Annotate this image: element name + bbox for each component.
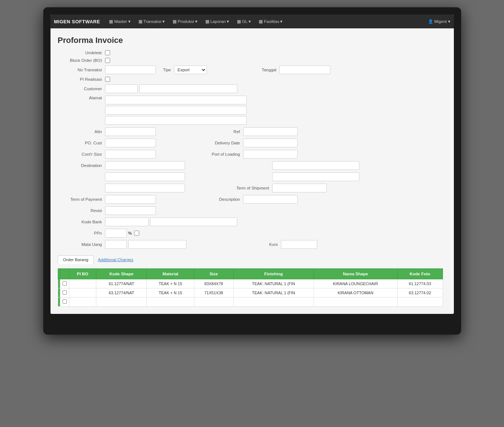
undelete-checkbox[interactable] [105,50,110,55]
finishing-cell [233,298,314,307]
no-transaksi-input[interactable]: 180221 [105,65,156,74]
size-cell: 83X84X78 [194,279,233,288]
nav-master[interactable]: ▦ Master▾ [106,17,133,25]
mata-uang-row: Mata Uang USD United States Dollar Kurs … [58,240,443,249]
laporan-icon: ▦ [205,19,209,24]
nav-gl[interactable]: ▦ GL▾ [234,17,254,25]
nama-shape-cell: KIRANA OTTOMAN [314,288,397,298]
customer-code-input[interactable]: FGT [105,84,138,93]
contr-size-input[interactable] [105,150,156,159]
port-of-loading-input[interactable]: SEMARANG [243,150,298,159]
po-delivery-row: PO. Cust 1444266 Delivery Date 13-04-201… [58,139,443,147]
ref-input[interactable] [243,127,298,136]
user-menu[interactable]: 👤 Migent ▾ [428,19,450,24]
mata-uang-code-input[interactable]: USD [105,240,127,249]
term-of-payment-input[interactable] [105,195,156,204]
size-col-header: Size [194,269,233,279]
material-cell [147,298,194,307]
gl-icon: ▦ [237,19,241,24]
nama-shape-col-header: Nama Shape [314,269,397,279]
po-cust-input[interactable]: 1444266 [105,139,156,147]
material-cell: TEAK + N 15 [147,288,194,298]
tanggal-input[interactable]: 26-09-2018 [279,65,330,74]
payment-description-row: Term of Payment Description [58,195,443,204]
revisi-input[interactable] [105,206,156,215]
navbar: MIGEN SOFTWARE ▦ Master▾ ▦ Transaksi▾ ▦ … [51,15,454,28]
pi-realisasi-row: PI Realisasi [58,77,443,82]
attn-input[interactable]: Grace Odola [105,127,156,136]
pi-bo-cell [69,288,96,298]
size-cell [194,298,233,307]
kode-shape-cell: 63.12774/NAT [96,288,147,298]
kode-foto-cell: 61.12774.03 [397,279,443,288]
row-checkbox-1[interactable] [63,290,67,295]
tipe-label: Tipe [160,68,174,72]
no-transaksi-row: No Transaksi 180221 Tipe Export Tanggal … [58,65,443,74]
destination-right-2-input[interactable] [272,172,359,181]
term-of-shipment-input[interactable] [272,184,327,192]
ppn-checkbox[interactable] [134,231,139,236]
mata-uang-name-input[interactable]: United States Dollar [128,240,186,249]
laptop-frame: MIGEN SOFTWARE ▦ Master▾ ▦ Transaksi▾ ▦ … [43,7,461,335]
kode-shape-cell: 61.12774/NAT [96,279,147,288]
tanggal-label: Tanggal [250,68,279,72]
kode-bank-input[interactable]: 1026-000 [105,218,149,226]
table-row: 63.12774/NATTEAK + N 1571X51X38TEAK: NAT… [58,288,443,298]
destination-3-input[interactable] [105,184,185,192]
port-of-loading-label: Port of Loading [207,152,243,156]
nav-transaksi[interactable]: ▦ Transaksi▾ [135,17,168,25]
destination-right-1-input[interactable] [272,161,359,170]
items-table: PI BO Kode Shape Material Size Finishing… [58,268,443,307]
customer-name-input[interactable]: CINMAR, LLC [139,84,237,93]
pi-bo-cell [69,279,96,288]
row-checkbox-0[interactable] [63,281,67,286]
nav-laporan[interactable]: ▦ Laporan▾ [202,17,232,25]
destination-2-input[interactable] [105,172,185,181]
kode-bank-row: Kode Bank 1026-000 B I I ( MAYBANK INDON… [58,218,443,226]
nav-produksi[interactable]: ▦ Produksi▾ [169,17,201,25]
alamat-2-input[interactable]: WEST CHESTER OH 45069 [105,106,247,115]
destination-label: Destination [58,163,105,168]
nav-fasilitas[interactable]: ▦ Fasilitas▾ [255,17,286,25]
revisi-label: Revisi [58,208,105,213]
term-of-payment-label: Term of Payment [58,197,105,201]
tipe-select[interactable]: Export [174,65,207,74]
alamat-1-input[interactable]: 5566 WEST CHESTER ROAD [105,96,247,104]
mata-uang-label: Mata Uang [58,242,105,247]
row-checkbox-2[interactable] [63,299,67,304]
table-row [58,298,443,307]
destination-input[interactable]: USA [105,161,185,170]
kode-foto-cell [397,298,443,307]
row-check-cell [60,279,69,288]
kurs-label: Kurs [259,242,281,247]
pi-realisasi-checkbox[interactable] [105,77,110,82]
row-check-cell [60,298,69,307]
kurs-input[interactable]: 13,200.00 [281,240,317,249]
alamat-3-input[interactable]: U S A [105,116,247,125]
nama-shape-cell [314,298,397,307]
revisi-row: Revisi [58,206,443,215]
material-col-header: Material [147,269,194,279]
po-cust-label: PO. Cust [58,141,105,145]
brand-logo: MIGEN SOFTWARE [54,19,100,24]
description-input[interactable] [243,195,298,204]
kode-shape-cell [96,298,147,307]
ppn-label: PPn [58,231,105,235]
delivery-date-input[interactable]: 13-04-2019 [243,139,298,147]
description-label: Description [207,197,243,201]
ppn-input[interactable]: 0.00 [105,229,127,238]
fasilitas-icon: ▦ [259,19,263,24]
pi-bo-col-header: PI BO [69,269,96,279]
tab-order-barang[interactable]: Order Barang [58,255,94,264]
transaksi-icon: ▦ [138,19,142,24]
block-order-row: Block Order (BO) [58,58,443,63]
user-icon: 👤 [428,19,433,24]
finishing-col-header: Finishing [233,269,314,279]
finishing-cell: TEAK: NATURAL 1 (FIN [233,288,314,298]
block-order-checkbox[interactable] [105,58,110,63]
tab-additional-charges[interactable]: Additional Charges [95,256,136,264]
pi-realisasi-label: PI Realisasi [58,77,105,81]
attn-label: Attn [58,129,105,134]
bank-name-input[interactable]: B I I ( MAYBANK INDONESIA ) [150,218,237,226]
size-cell: 71X51X38 [194,288,233,298]
